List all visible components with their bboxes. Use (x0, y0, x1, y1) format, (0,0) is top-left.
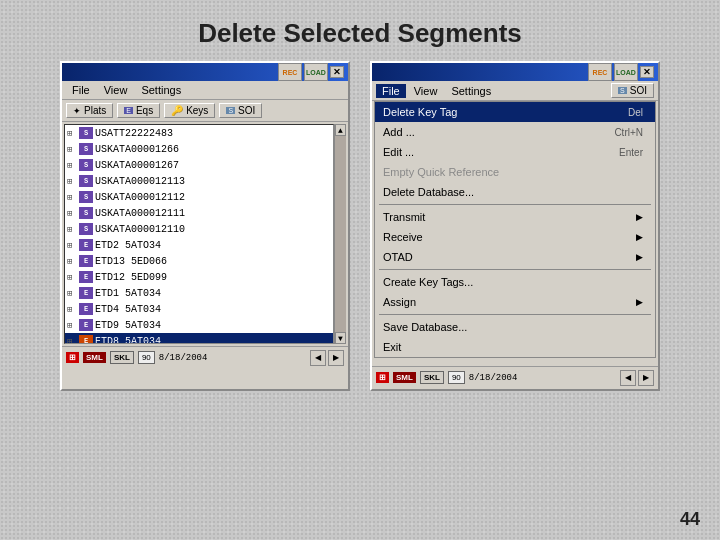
list-item[interactable]: ⊞SUSATT22222483 (65, 125, 333, 141)
receive-label: Receive (383, 231, 423, 243)
list-item[interactable]: ⊞SUSKATA000012112 (65, 189, 333, 205)
expand-icon: ⊞ (67, 272, 77, 283)
list-item[interactable]: ⊞EETD13 5ED066 (65, 253, 333, 269)
scroll-thumb[interactable] (335, 136, 346, 332)
right-next-icon[interactable]: ▶ (638, 370, 654, 386)
delete-key-tag-label: Delete Key Tag (383, 106, 457, 118)
right-menu-view[interactable]: View (408, 84, 444, 98)
left-menu-file[interactable]: File (66, 83, 96, 97)
add-label: Add ... (383, 126, 415, 138)
assign-label: Assign (383, 296, 416, 308)
right-windows-logo: ⊞ (376, 372, 389, 383)
expand-icon: ⊞ (67, 304, 77, 315)
left-window-close[interactable]: ✕ (330, 66, 344, 78)
item-icon: E (79, 335, 93, 344)
create-key-tags-label: Create Key Tags... (383, 276, 473, 288)
right-soi-icon: S (618, 87, 627, 94)
edit-label: Edit ... (383, 146, 414, 158)
soi-icon: S (226, 107, 235, 114)
delete-key-tag-shortcut: Del (628, 107, 643, 118)
left-window-menubar: File View Settings (62, 81, 348, 100)
list-item[interactable]: ⊞SUSKATA000012110 (65, 221, 333, 237)
status-num: 90 (138, 351, 155, 364)
expand-icon: ⊞ (67, 224, 77, 235)
left-list-inner[interactable]: ⊞SUSATT22222483 ⊞SUSKATA00001266 ⊞SUSKAT… (64, 124, 334, 344)
status-date: 8/18/2004 (159, 353, 208, 363)
list-item[interactable]: ⊞EETD9 5AT034 (65, 317, 333, 333)
expand-icon: ⊞ (67, 256, 77, 267)
skl-logo: SML (83, 352, 106, 363)
list-item[interactable]: ⊞SUSKATA00001266 (65, 141, 333, 157)
right-menu-settings[interactable]: Settings (445, 84, 497, 98)
list-item-selected[interactable]: ⊞EETD8 5AT034 (65, 333, 333, 344)
list-item[interactable]: ⊞EETD1 5AT034 (65, 285, 333, 301)
prev-icon[interactable]: ◀ (310, 350, 326, 366)
left-list-area: ⊞SUSATT22222483 ⊞SUSKATA00001266 ⊞SUSKAT… (64, 124, 346, 344)
separator-3 (379, 314, 651, 315)
dropdown-item-edit[interactable]: Edit ... Enter (375, 142, 655, 162)
right-window-menubar: File View Settings S SOI (372, 81, 658, 101)
dropdown-item-delete-key-tag[interactable]: Delete Key Tag Del (375, 102, 655, 122)
list-item[interactable]: ⊞SUSKATA000012113 (65, 173, 333, 189)
page-number: 44 (680, 509, 700, 530)
left-scrollbar[interactable]: ▲ ▼ (334, 124, 346, 344)
tab-eqs[interactable]: E Eqs (117, 103, 160, 118)
empty-quick-ref-label: Empty Quick Reference (383, 166, 499, 178)
transmit-arrow: ▶ (636, 212, 643, 222)
rec-icon[interactable]: REC (278, 63, 302, 81)
right-menu-file[interactable]: File (376, 84, 406, 98)
dropdown-item-transmit[interactable]: Transmit ▶ (375, 207, 655, 227)
add-shortcut: Ctrl+N (614, 127, 643, 138)
list-item[interactable]: ⊞EETD2 5ATO34 (65, 237, 333, 253)
right-skl-label: SKL (420, 371, 444, 384)
left-window: REC LOAD ✕ File View Settings ✦ Plats E … (60, 61, 350, 391)
dropdown-item-empty-quick-ref: Empty Quick Reference (375, 162, 655, 182)
list-item[interactable]: ⊞SUSKATA000012111 (65, 205, 333, 221)
dropdown-item-delete-database[interactable]: Delete Database... (375, 182, 655, 202)
item-icon: E (79, 271, 93, 283)
load-icon[interactable]: LOAD (304, 63, 328, 81)
dropdown-item-save-database[interactable]: Save Database... (375, 317, 655, 337)
expand-icon: ⊞ (67, 128, 77, 139)
right-status-date: 8/18/2004 (469, 373, 518, 383)
list-item[interactable]: ⊞EETD12 5ED099 (65, 269, 333, 285)
dropdown-item-assign[interactable]: Assign ▶ (375, 292, 655, 312)
left-menu-settings[interactable]: Settings (135, 83, 187, 97)
scroll-down[interactable]: ▼ (335, 332, 346, 344)
right-tab-soi[interactable]: S SOI (611, 83, 654, 98)
save-database-label: Save Database... (383, 321, 467, 333)
windows-container: REC LOAD ✕ File View Settings ✦ Plats E … (0, 61, 720, 391)
dropdown-item-exit[interactable]: Exit (375, 337, 655, 357)
item-icon: E (79, 239, 93, 251)
right-status-icons: ◀ ▶ (620, 370, 654, 386)
plats-icon: ✦ (73, 106, 81, 116)
right-window: REC LOAD ✕ File View Settings S SOI Dele… (370, 61, 660, 391)
expand-icon: ⊞ (67, 336, 77, 345)
tab-plats[interactable]: ✦ Plats (66, 103, 113, 118)
dropdown-item-otad[interactable]: OTAD ▶ (375, 247, 655, 267)
delete-database-label: Delete Database... (383, 186, 474, 198)
keys-icon: 🔑 (171, 105, 183, 116)
expand-icon: ⊞ (67, 208, 77, 219)
tab-keys[interactable]: 🔑 Keys (164, 103, 215, 118)
list-item[interactable]: ⊞SUSKATA00001267 (65, 157, 333, 173)
left-window-titlebar: REC LOAD ✕ (62, 63, 348, 81)
scroll-up[interactable]: ▲ (335, 124, 346, 136)
windows-logo: ⊞ (66, 352, 79, 363)
item-icon: S (79, 143, 93, 155)
expand-icon: ⊞ (67, 160, 77, 171)
dropdown-item-receive[interactable]: Receive ▶ (375, 227, 655, 247)
item-icon: E (79, 319, 93, 331)
tab-soi[interactable]: S SOI (219, 103, 262, 118)
right-window-close[interactable]: ✕ (640, 66, 654, 78)
right-prev-icon[interactable]: ◀ (620, 370, 636, 386)
list-item[interactable]: ⊞EETD4 5AT034 (65, 301, 333, 317)
next-icon[interactable]: ▶ (328, 350, 344, 366)
skl-label: SKL (110, 351, 134, 364)
dropdown-item-add[interactable]: Add ... Ctrl+N (375, 122, 655, 142)
left-menu-view[interactable]: View (98, 83, 134, 97)
right-rec-icon[interactable]: REC (588, 63, 612, 81)
right-load-icon[interactable]: LOAD (614, 63, 638, 81)
receive-arrow: ▶ (636, 232, 643, 242)
dropdown-item-create-key-tags[interactable]: Create Key Tags... (375, 272, 655, 292)
